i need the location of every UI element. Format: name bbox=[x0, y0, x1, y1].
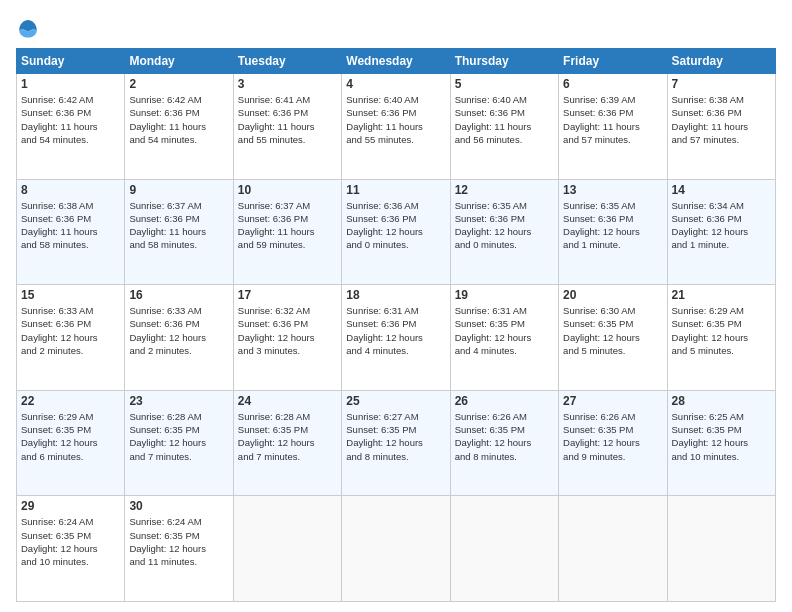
day-number: 28 bbox=[672, 394, 771, 408]
day-info: Sunrise: 6:35 AM Sunset: 6:36 PM Dayligh… bbox=[455, 199, 554, 252]
day-info: Sunrise: 6:36 AM Sunset: 6:36 PM Dayligh… bbox=[346, 199, 445, 252]
logo bbox=[16, 16, 44, 40]
day-info: Sunrise: 6:26 AM Sunset: 6:35 PM Dayligh… bbox=[455, 410, 554, 463]
calendar-cell: 28Sunrise: 6:25 AM Sunset: 6:35 PM Dayli… bbox=[667, 390, 775, 496]
day-number: 19 bbox=[455, 288, 554, 302]
day-info: Sunrise: 6:26 AM Sunset: 6:35 PM Dayligh… bbox=[563, 410, 662, 463]
calendar-cell: 18Sunrise: 6:31 AM Sunset: 6:36 PM Dayli… bbox=[342, 285, 450, 391]
calendar-cell: 2Sunrise: 6:42 AM Sunset: 6:36 PM Daylig… bbox=[125, 74, 233, 180]
day-info: Sunrise: 6:35 AM Sunset: 6:36 PM Dayligh… bbox=[563, 199, 662, 252]
day-number: 16 bbox=[129, 288, 228, 302]
day-info: Sunrise: 6:30 AM Sunset: 6:35 PM Dayligh… bbox=[563, 304, 662, 357]
day-info: Sunrise: 6:25 AM Sunset: 6:35 PM Dayligh… bbox=[672, 410, 771, 463]
day-number: 22 bbox=[21, 394, 120, 408]
calendar-cell: 29Sunrise: 6:24 AM Sunset: 6:35 PM Dayli… bbox=[17, 496, 125, 602]
day-number: 13 bbox=[563, 183, 662, 197]
calendar-cell: 22Sunrise: 6:29 AM Sunset: 6:35 PM Dayli… bbox=[17, 390, 125, 496]
calendar-cell: 7Sunrise: 6:38 AM Sunset: 6:36 PM Daylig… bbox=[667, 74, 775, 180]
calendar-cell: 13Sunrise: 6:35 AM Sunset: 6:36 PM Dayli… bbox=[559, 179, 667, 285]
calendar-cell: 23Sunrise: 6:28 AM Sunset: 6:35 PM Dayli… bbox=[125, 390, 233, 496]
day-number: 24 bbox=[238, 394, 337, 408]
day-number: 10 bbox=[238, 183, 337, 197]
day-info: Sunrise: 6:37 AM Sunset: 6:36 PM Dayligh… bbox=[238, 199, 337, 252]
day-info: Sunrise: 6:40 AM Sunset: 6:36 PM Dayligh… bbox=[346, 93, 445, 146]
day-info: Sunrise: 6:40 AM Sunset: 6:36 PM Dayligh… bbox=[455, 93, 554, 146]
calendar-cell: 12Sunrise: 6:35 AM Sunset: 6:36 PM Dayli… bbox=[450, 179, 558, 285]
day-info: Sunrise: 6:37 AM Sunset: 6:36 PM Dayligh… bbox=[129, 199, 228, 252]
day-info: Sunrise: 6:31 AM Sunset: 6:36 PM Dayligh… bbox=[346, 304, 445, 357]
day-number: 25 bbox=[346, 394, 445, 408]
day-number: 5 bbox=[455, 77, 554, 91]
day-number: 6 bbox=[563, 77, 662, 91]
day-number: 3 bbox=[238, 77, 337, 91]
calendar-cell: 4Sunrise: 6:40 AM Sunset: 6:36 PM Daylig… bbox=[342, 74, 450, 180]
day-info: Sunrise: 6:31 AM Sunset: 6:35 PM Dayligh… bbox=[455, 304, 554, 357]
calendar-cell bbox=[233, 496, 341, 602]
page: SundayMondayTuesdayWednesdayThursdayFrid… bbox=[0, 0, 792, 612]
day-number: 12 bbox=[455, 183, 554, 197]
calendar-cell: 19Sunrise: 6:31 AM Sunset: 6:35 PM Dayli… bbox=[450, 285, 558, 391]
day-info: Sunrise: 6:38 AM Sunset: 6:36 PM Dayligh… bbox=[672, 93, 771, 146]
calendar-cell: 5Sunrise: 6:40 AM Sunset: 6:36 PM Daylig… bbox=[450, 74, 558, 180]
day-info: Sunrise: 6:28 AM Sunset: 6:35 PM Dayligh… bbox=[129, 410, 228, 463]
day-number: 17 bbox=[238, 288, 337, 302]
week-row-4: 22Sunrise: 6:29 AM Sunset: 6:35 PM Dayli… bbox=[17, 390, 776, 496]
day-number: 14 bbox=[672, 183, 771, 197]
calendar-cell: 26Sunrise: 6:26 AM Sunset: 6:35 PM Dayli… bbox=[450, 390, 558, 496]
day-info: Sunrise: 6:33 AM Sunset: 6:36 PM Dayligh… bbox=[129, 304, 228, 357]
calendar-table: SundayMondayTuesdayWednesdayThursdayFrid… bbox=[16, 48, 776, 602]
weekday-header-thursday: Thursday bbox=[450, 49, 558, 74]
weekday-header-wednesday: Wednesday bbox=[342, 49, 450, 74]
day-number: 2 bbox=[129, 77, 228, 91]
day-number: 29 bbox=[21, 499, 120, 513]
day-number: 20 bbox=[563, 288, 662, 302]
header bbox=[16, 16, 776, 40]
calendar-cell: 15Sunrise: 6:33 AM Sunset: 6:36 PM Dayli… bbox=[17, 285, 125, 391]
calendar-cell: 27Sunrise: 6:26 AM Sunset: 6:35 PM Dayli… bbox=[559, 390, 667, 496]
day-number: 30 bbox=[129, 499, 228, 513]
weekday-header-row: SundayMondayTuesdayWednesdayThursdayFrid… bbox=[17, 49, 776, 74]
day-number: 23 bbox=[129, 394, 228, 408]
day-number: 21 bbox=[672, 288, 771, 302]
day-number: 7 bbox=[672, 77, 771, 91]
weekday-header-tuesday: Tuesday bbox=[233, 49, 341, 74]
day-info: Sunrise: 6:32 AM Sunset: 6:36 PM Dayligh… bbox=[238, 304, 337, 357]
calendar-cell: 10Sunrise: 6:37 AM Sunset: 6:36 PM Dayli… bbox=[233, 179, 341, 285]
calendar-cell: 14Sunrise: 6:34 AM Sunset: 6:36 PM Dayli… bbox=[667, 179, 775, 285]
calendar-cell bbox=[559, 496, 667, 602]
day-number: 18 bbox=[346, 288, 445, 302]
calendar-cell: 3Sunrise: 6:41 AM Sunset: 6:36 PM Daylig… bbox=[233, 74, 341, 180]
calendar-cell: 6Sunrise: 6:39 AM Sunset: 6:36 PM Daylig… bbox=[559, 74, 667, 180]
weekday-header-sunday: Sunday bbox=[17, 49, 125, 74]
calendar-cell: 9Sunrise: 6:37 AM Sunset: 6:36 PM Daylig… bbox=[125, 179, 233, 285]
day-info: Sunrise: 6:24 AM Sunset: 6:35 PM Dayligh… bbox=[21, 515, 120, 568]
day-info: Sunrise: 6:39 AM Sunset: 6:36 PM Dayligh… bbox=[563, 93, 662, 146]
calendar-cell: 11Sunrise: 6:36 AM Sunset: 6:36 PM Dayli… bbox=[342, 179, 450, 285]
calendar-cell: 30Sunrise: 6:24 AM Sunset: 6:35 PM Dayli… bbox=[125, 496, 233, 602]
weekday-header-monday: Monday bbox=[125, 49, 233, 74]
week-row-5: 29Sunrise: 6:24 AM Sunset: 6:35 PM Dayli… bbox=[17, 496, 776, 602]
logo-icon bbox=[16, 16, 40, 40]
calendar-cell: 21Sunrise: 6:29 AM Sunset: 6:35 PM Dayli… bbox=[667, 285, 775, 391]
day-info: Sunrise: 6:33 AM Sunset: 6:36 PM Dayligh… bbox=[21, 304, 120, 357]
day-info: Sunrise: 6:24 AM Sunset: 6:35 PM Dayligh… bbox=[129, 515, 228, 568]
day-info: Sunrise: 6:41 AM Sunset: 6:36 PM Dayligh… bbox=[238, 93, 337, 146]
calendar-cell: 25Sunrise: 6:27 AM Sunset: 6:35 PM Dayli… bbox=[342, 390, 450, 496]
day-info: Sunrise: 6:38 AM Sunset: 6:36 PM Dayligh… bbox=[21, 199, 120, 252]
calendar-cell: 20Sunrise: 6:30 AM Sunset: 6:35 PM Dayli… bbox=[559, 285, 667, 391]
day-info: Sunrise: 6:29 AM Sunset: 6:35 PM Dayligh… bbox=[21, 410, 120, 463]
day-info: Sunrise: 6:28 AM Sunset: 6:35 PM Dayligh… bbox=[238, 410, 337, 463]
week-row-2: 8Sunrise: 6:38 AM Sunset: 6:36 PM Daylig… bbox=[17, 179, 776, 285]
day-number: 15 bbox=[21, 288, 120, 302]
week-row-3: 15Sunrise: 6:33 AM Sunset: 6:36 PM Dayli… bbox=[17, 285, 776, 391]
day-info: Sunrise: 6:42 AM Sunset: 6:36 PM Dayligh… bbox=[129, 93, 228, 146]
day-info: Sunrise: 6:29 AM Sunset: 6:35 PM Dayligh… bbox=[672, 304, 771, 357]
day-info: Sunrise: 6:27 AM Sunset: 6:35 PM Dayligh… bbox=[346, 410, 445, 463]
day-number: 27 bbox=[563, 394, 662, 408]
day-info: Sunrise: 6:42 AM Sunset: 6:36 PM Dayligh… bbox=[21, 93, 120, 146]
day-number: 8 bbox=[21, 183, 120, 197]
calendar-cell: 16Sunrise: 6:33 AM Sunset: 6:36 PM Dayli… bbox=[125, 285, 233, 391]
weekday-header-saturday: Saturday bbox=[667, 49, 775, 74]
calendar-cell: 17Sunrise: 6:32 AM Sunset: 6:36 PM Dayli… bbox=[233, 285, 341, 391]
day-number: 26 bbox=[455, 394, 554, 408]
